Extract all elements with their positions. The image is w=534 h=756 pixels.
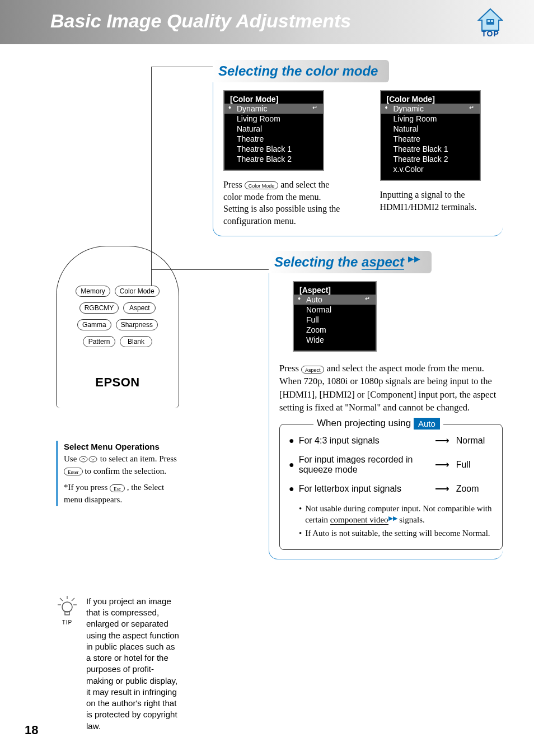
- svg-point-3: [79, 456, 87, 462]
- arrow-icon: ⟶: [435, 435, 449, 447]
- menu-item: Theatre: [224, 134, 323, 144]
- menu-title: [Color Mode]: [381, 95, 480, 104]
- remote-btn-blank: Blank: [120, 336, 152, 347]
- menu-item: Theatre Black 1: [381, 144, 480, 154]
- ops-text: Use: [64, 454, 79, 463]
- remote-btn-sharpness: Sharpness: [116, 319, 158, 330]
- auto-row-result: Zoom: [456, 484, 479, 494]
- aspect-link[interactable]: aspect: [362, 254, 404, 270]
- menu-item: Natural: [224, 124, 323, 134]
- svg-point-4: [89, 456, 97, 462]
- auto-row-label: For letterbox input signals: [299, 484, 430, 494]
- aspect-key-icon: Aspect: [301, 366, 325, 374]
- svg-point-10: [62, 602, 72, 612]
- top-label: TOP: [475, 29, 506, 38]
- menu-title: [Color Mode]: [224, 95, 323, 104]
- remote-btn-memory: Memory: [76, 286, 110, 297]
- remote-btn-rgbcmy: RGBCMY: [79, 302, 119, 314]
- menu-item: Theatre Black 1: [224, 144, 323, 154]
- select-ops-title: Select Menu Operations: [64, 441, 179, 453]
- remote-btn-gamma: Gamma: [77, 319, 111, 330]
- menu-item: Zoom: [294, 325, 376, 335]
- select-menu-ops: Select Menu Operations Use to select an …: [56, 441, 179, 506]
- auto-row-result: Normal: [456, 436, 485, 446]
- colormode-caption-1: Press Color Mode and select the color mo…: [223, 179, 346, 227]
- svg-rect-2: [491, 20, 493, 22]
- remote-btn-aspect: Aspect: [123, 302, 156, 314]
- auto-legend-text: When projecting using: [317, 418, 414, 428]
- component-video-link[interactable]: component video: [330, 515, 388, 525]
- ops-text: to confirm the selection.: [85, 466, 166, 475]
- auto-note: If Auto is not suitable, the setting wil…: [305, 528, 490, 539]
- section-heading-colormode: Selecting the color mode: [218, 63, 378, 78]
- menu-item: Dynamic: [237, 104, 267, 113]
- menu-title: [Aspect]: [294, 286, 376, 295]
- bullet-icon: •: [299, 528, 302, 539]
- menu-item: Full: [294, 315, 376, 325]
- ops-text: *If you press: [64, 483, 110, 492]
- bullet-icon: •: [299, 503, 302, 526]
- menu-item: Dynamic: [394, 104, 424, 113]
- menu-item: Wide: [294, 335, 376, 345]
- remote-btn-colormode: Color Mode: [115, 286, 160, 297]
- bullet-icon: ●: [289, 460, 294, 470]
- bullet-icon: ●: [289, 436, 294, 446]
- svg-line-6: [60, 598, 63, 601]
- section-heading-aspect: Selecting the aspect: [274, 254, 408, 270]
- menu-item: Theatre Black 2: [381, 154, 480, 164]
- arrow-icon: ⟶: [435, 459, 449, 471]
- auto-row-label: For 4:3 input signals: [299, 436, 430, 446]
- enter-key-icon: Enter: [64, 468, 83, 475]
- svg-rect-1: [488, 20, 490, 22]
- auto-note: Not usable during computer input. Not co…: [305, 503, 493, 526]
- ops-text: to select an item. Press: [100, 454, 177, 463]
- updown-icon: [79, 454, 100, 463]
- auto-row-result: Full: [456, 460, 471, 470]
- tip-text: If you project an image that is compress…: [86, 596, 179, 732]
- menu-item: Theatre: [381, 134, 480, 144]
- bullet-icon: ●: [289, 484, 294, 494]
- remote-diagram: Memory Color Mode RGBCMY Aspect Gamma Sh…: [56, 246, 179, 408]
- esc-key-icon: Esc: [110, 484, 125, 492]
- menu-item: Theatre Black 2: [224, 154, 323, 164]
- arrow-icon: ⟶: [435, 483, 449, 495]
- menu-item: Living Room: [224, 114, 323, 124]
- forward-icon: ▶▶: [408, 254, 420, 263]
- colormode-menu-1: [Color Mode] Dynamic↵ Living Room Natura…: [223, 90, 324, 171]
- menu-item: Natural: [381, 124, 480, 134]
- top-nav-icon[interactable]: TOP: [475, 8, 506, 38]
- colormode-caption-2: Inputting a signal to the HDMI1/HDMI2 te…: [380, 189, 503, 213]
- forward-icon: ▶▶: [388, 515, 397, 521]
- remote-btn-pattern: Pattern: [83, 336, 115, 347]
- auto-projection-box: When projecting using Auto ● For 4:3 inp…: [279, 424, 503, 550]
- colormode-menu-2: [Color Mode] Dynamic↵ Living Room Natura…: [380, 90, 481, 181]
- page-number: 18: [25, 723, 38, 738]
- tip-icon: TIP: [56, 596, 78, 626]
- menu-item: Normal: [294, 305, 376, 315]
- menu-item: Living Room: [381, 114, 480, 124]
- tip-label: TIP: [56, 619, 78, 626]
- menu-item: x.v.Color: [381, 164, 480, 174]
- page-title: Basic Image Quality Adjustments: [50, 10, 351, 31]
- auto-pill: Auto: [414, 418, 440, 430]
- auto-row-label: For input images recorded in squeeze mod…: [299, 455, 430, 475]
- aspect-text: Press Aspect and select the aspect mode …: [279, 362, 503, 413]
- svg-line-7: [72, 598, 74, 601]
- aspect-menu: [Aspect] Auto↵ Normal Full Zoom Wide: [293, 281, 377, 352]
- colormode-key-icon: Color Mode: [245, 181, 279, 189]
- menu-item: Auto: [306, 295, 322, 304]
- brand-logo: EPSON: [57, 375, 179, 390]
